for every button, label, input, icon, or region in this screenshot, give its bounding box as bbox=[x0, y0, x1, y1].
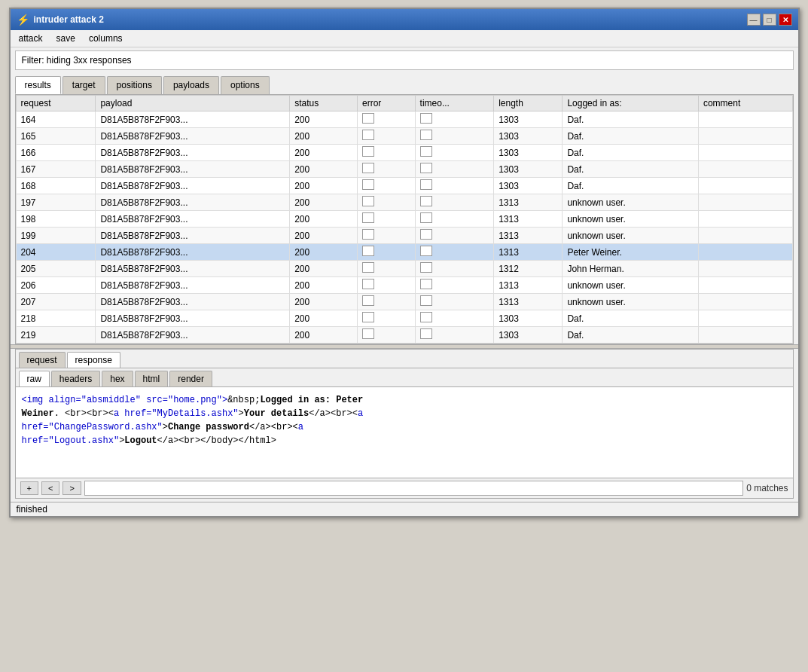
table-cell: 1303 bbox=[494, 310, 563, 327]
table-cell: 200 bbox=[290, 111, 358, 128]
table-row[interactable]: 166D81A5B878F2F903...2001303Daf. bbox=[16, 145, 792, 161]
table-cell: D81A5B878F2F903... bbox=[96, 228, 290, 244]
col-header-error[interactable]: error bbox=[358, 96, 416, 111]
table-cell: 1313 bbox=[494, 211, 563, 228]
tab-payloads[interactable]: payloads bbox=[163, 76, 219, 94]
close-button[interactable]: ✕ bbox=[779, 14, 792, 26]
checkbox-cell bbox=[362, 212, 374, 223]
table-cell: Peter Weiner. bbox=[563, 244, 699, 261]
col-header-status[interactable]: status bbox=[290, 96, 358, 111]
table-row[interactable]: 207D81A5B878F2F903...2001313unknown user… bbox=[16, 294, 792, 310]
filter-text: Filter: hiding 3xx responses bbox=[22, 55, 132, 66]
table-cell: 220 bbox=[16, 344, 96, 344]
table-cell: D81A5B878F2F903... bbox=[96, 261, 290, 277]
table-row[interactable]: 164D81A5B878F2F903...2001303Daf. bbox=[16, 111, 792, 128]
table-row[interactable]: 204D81A5B878F2F903...2001313Peter Weiner… bbox=[16, 244, 792, 261]
search-next-button[interactable]: > bbox=[63, 481, 81, 495]
table-row[interactable]: 205D81A5B878F2F903...2001312John Herman. bbox=[16, 261, 792, 277]
col-header-comment[interactable]: comment bbox=[698, 96, 792, 111]
table-row[interactable]: 165D81A5B878F2F903...2001303Daf. bbox=[16, 128, 792, 145]
checkbox-cell bbox=[362, 295, 374, 306]
checkbox-cell bbox=[420, 328, 432, 339]
table-cell: D81A5B878F2F903... bbox=[96, 128, 290, 145]
search-plus-button[interactable]: + bbox=[20, 481, 38, 495]
table-cell bbox=[415, 344, 494, 344]
table-cell bbox=[415, 145, 494, 161]
checkbox-cell bbox=[362, 130, 374, 140]
tab-request[interactable]: request bbox=[19, 352, 66, 368]
table-cell: 200 bbox=[290, 277, 358, 294]
table-row[interactable]: 167D81A5B878F2F903...2001303Daf. bbox=[16, 161, 792, 178]
checkbox-cell bbox=[420, 246, 432, 256]
checkbox-cell bbox=[420, 179, 432, 190]
menu-columns[interactable]: columns bbox=[87, 32, 125, 44]
table-cell: 165 bbox=[16, 128, 96, 145]
table-row[interactable]: 220D81A5B878F2F903...2001303Daf. bbox=[16, 344, 792, 344]
col-header-length[interactable]: length bbox=[494, 96, 563, 111]
table-cell: D81A5B878F2F903... bbox=[96, 277, 290, 294]
table-cell bbox=[415, 111, 494, 128]
table-row[interactable]: 197D81A5B878F2F903...2001313unknown user… bbox=[16, 194, 792, 211]
search-prev-button[interactable]: < bbox=[41, 481, 59, 495]
tab-render[interactable]: render bbox=[169, 371, 212, 386]
col-header-timeout[interactable]: timeo... bbox=[415, 96, 494, 111]
checkbox-cell bbox=[362, 196, 374, 206]
col-header-logged-in[interactable]: Logged in as: bbox=[563, 96, 699, 111]
table-cell bbox=[358, 128, 416, 145]
table-cell: 200 bbox=[290, 145, 358, 161]
search-bar: + < > 0 matches bbox=[16, 478, 793, 498]
tab-positions[interactable]: positions bbox=[107, 76, 162, 94]
table-cell: D81A5B878F2F903... bbox=[96, 145, 290, 161]
checkbox-cell bbox=[362, 146, 374, 157]
checkbox-cell bbox=[362, 262, 374, 273]
table-cell bbox=[698, 111, 792, 128]
table-cell: D81A5B878F2F903... bbox=[96, 194, 290, 211]
table-row[interactable]: 199D81A5B878F2F903...2001313unknown user… bbox=[16, 228, 792, 244]
search-input[interactable] bbox=[84, 481, 743, 496]
table-cell: 200 bbox=[290, 294, 358, 310]
tab-html[interactable]: html bbox=[135, 371, 169, 386]
menu-save[interactable]: save bbox=[54, 32, 78, 44]
table-cell: 207 bbox=[16, 294, 96, 310]
table-cell: 200 bbox=[290, 327, 358, 344]
tab-options[interactable]: options bbox=[221, 76, 270, 94]
tab-response[interactable]: response bbox=[67, 352, 120, 368]
results-table: request payload status error timeo... le… bbox=[16, 95, 793, 344]
table-cell bbox=[415, 294, 494, 310]
bottom-subtabs: request response bbox=[16, 350, 793, 368]
table-row[interactable]: 219D81A5B878F2F903...2001303Daf. bbox=[16, 327, 792, 344]
table-cell: 167 bbox=[16, 161, 96, 178]
table-cell bbox=[698, 310, 792, 327]
col-header-request[interactable]: request bbox=[16, 96, 96, 111]
table-scroll-area[interactable]: request payload status error timeo... le… bbox=[16, 95, 793, 344]
tab-target[interactable]: target bbox=[63, 76, 105, 94]
table-cell bbox=[358, 111, 416, 128]
table-cell: 200 bbox=[290, 244, 358, 261]
table-cell bbox=[698, 128, 792, 145]
col-header-payload[interactable]: payload bbox=[96, 96, 290, 111]
table-cell bbox=[698, 344, 792, 344]
minimize-button[interactable]: — bbox=[747, 14, 761, 26]
menu-attack[interactable]: attack bbox=[17, 32, 45, 44]
table-cell: Daf. bbox=[563, 111, 699, 128]
table-cell: 200 bbox=[290, 344, 358, 344]
tab-headers[interactable]: headers bbox=[51, 371, 100, 386]
table-cell: unknown user. bbox=[563, 194, 699, 211]
table-cell bbox=[358, 277, 416, 294]
table-cell: 200 bbox=[290, 178, 358, 194]
table-row[interactable]: 168D81A5B878F2F903...2001303Daf. bbox=[16, 178, 792, 194]
table-cell: unknown user. bbox=[563, 294, 699, 310]
table-cell: Daf. bbox=[563, 327, 699, 344]
table-row[interactable]: 206D81A5B878F2F903...2001313unknown user… bbox=[16, 277, 792, 294]
table-cell: 218 bbox=[16, 310, 96, 327]
table-cell bbox=[415, 161, 494, 178]
maximize-button[interactable]: □ bbox=[763, 14, 776, 26]
checkbox-cell bbox=[420, 130, 432, 140]
tab-results[interactable]: results bbox=[15, 76, 61, 94]
table-row[interactable]: 198D81A5B878F2F903...2001313unknown user… bbox=[16, 211, 792, 228]
tab-hex[interactable]: hex bbox=[102, 371, 133, 386]
table-cell: 1303 bbox=[494, 178, 563, 194]
tab-raw[interactable]: raw bbox=[19, 371, 50, 386]
table-row[interactable]: 218D81A5B878F2F903...2001303Daf. bbox=[16, 310, 792, 327]
table-cell bbox=[415, 228, 494, 244]
